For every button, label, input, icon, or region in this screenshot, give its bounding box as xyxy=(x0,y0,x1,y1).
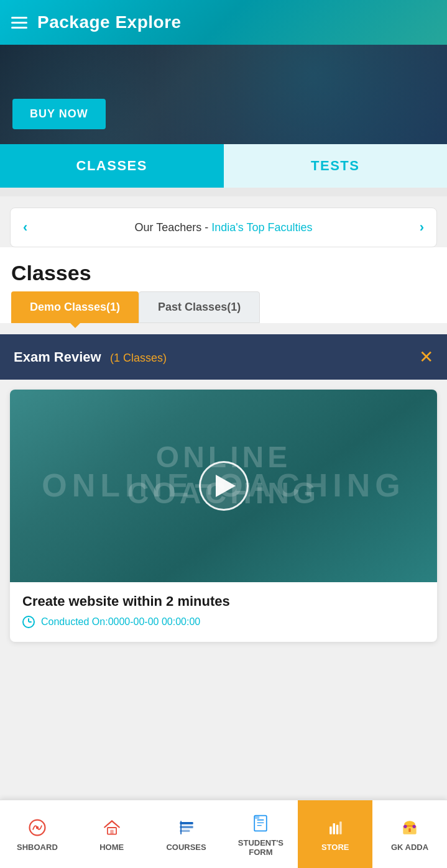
teachers-text: Our Teachers - India's Top Faculties xyxy=(135,221,313,234)
play-triangle-icon xyxy=(216,475,236,497)
video-card: ONLINE COACHING Create website within 2 … xyxy=(10,390,437,642)
video-thumbnail[interactable]: ONLINE COACHING xyxy=(10,390,437,582)
nav-label-gk-adda: GK ADDA xyxy=(391,843,428,852)
svg-rect-13 xyxy=(333,823,336,834)
tab-past-classes[interactable]: Past Classes(1) xyxy=(139,291,260,323)
svg-rect-18 xyxy=(407,825,413,826)
video-meta: Conducted On:0000-00-00 00:00:00 xyxy=(22,616,425,628)
chevron-right-icon[interactable]: › xyxy=(420,219,424,235)
header: Package Explore xyxy=(0,0,447,45)
class-tabs: Demo Classes(1) Past Classes(1) xyxy=(0,291,447,323)
main-tabs: CLASSES TESTS xyxy=(0,144,447,188)
dashboard-icon xyxy=(26,816,48,839)
nav-item-store[interactable]: STORE xyxy=(298,800,372,868)
svg-rect-3 xyxy=(110,830,113,834)
bottom-nav: SHBOARD HOME COURSES xyxy=(0,800,447,868)
svg-rect-21 xyxy=(408,828,411,832)
svg-point-20 xyxy=(412,825,415,828)
video-info: Create website within 2 minutes Conducte… xyxy=(10,582,437,642)
nav-item-courses[interactable]: COURSES xyxy=(149,800,224,868)
header-title: Package Explore xyxy=(37,12,182,32)
play-button[interactable] xyxy=(199,461,249,511)
exam-review-section: Exam Review (1 Classes) ✕ xyxy=(0,334,447,380)
banner-section: BUY NOW xyxy=(0,45,447,144)
buy-now-button[interactable]: BUY NOW xyxy=(12,99,106,129)
svg-rect-5 xyxy=(180,826,193,828)
tab-demo-classes[interactable]: Demo Classes(1) xyxy=(11,291,139,323)
home-icon xyxy=(101,816,123,839)
close-icon[interactable]: ✕ xyxy=(419,347,433,367)
nav-label-store: STORE xyxy=(321,843,349,852)
svg-rect-4 xyxy=(180,822,193,825)
tab-tests[interactable]: TESTS xyxy=(224,144,448,188)
svg-rect-15 xyxy=(339,821,342,834)
nav-item-home[interactable]: HOME xyxy=(75,800,149,868)
nav-label-dashboard: SHBOARD xyxy=(17,843,58,852)
chevron-left-icon[interactable]: ‹ xyxy=(23,219,27,235)
svg-rect-11 xyxy=(256,816,260,818)
section-divider xyxy=(0,188,447,196)
teachers-banner[interactable]: ‹ Our Teachers - India's Top Faculties › xyxy=(10,208,437,247)
classes-title: Classes xyxy=(11,261,436,285)
classes-section: Classes Demo Classes(1) Past Classes(1) xyxy=(0,247,447,323)
menu-icon[interactable] xyxy=(11,17,27,29)
nav-label-home: HOME xyxy=(99,843,124,852)
students-form-icon xyxy=(249,812,272,834)
svg-rect-14 xyxy=(336,825,339,834)
nav-item-dashboard[interactable]: SHBOARD xyxy=(0,800,75,868)
tab-classes[interactable]: CLASSES xyxy=(0,144,224,188)
nav-label-students-form: STUDENT'S FORM xyxy=(226,838,295,857)
clock-icon xyxy=(22,616,35,628)
nav-item-students-form[interactable]: STUDENT'S FORM xyxy=(223,800,298,868)
classes-heading: Classes xyxy=(0,247,447,291)
video-title: Create website within 2 minutes xyxy=(22,593,425,610)
svg-point-1 xyxy=(36,826,39,829)
conducted-on-text: Conducted On:0000-00-00 00:00:00 xyxy=(41,616,200,628)
svg-point-19 xyxy=(403,825,407,828)
exam-review-info: Exam Review (1 Classes) xyxy=(14,349,167,365)
exam-review-title: Exam Review xyxy=(14,349,101,365)
svg-rect-12 xyxy=(329,826,332,834)
nav-item-gk-adda[interactable]: GK ADDA xyxy=(372,800,447,868)
courses-icon xyxy=(175,816,198,839)
store-icon xyxy=(324,816,346,839)
gk-adda-icon xyxy=(399,816,421,839)
nav-label-courses: COURSES xyxy=(166,843,206,852)
exam-review-count: (1 Classes) xyxy=(110,352,167,364)
